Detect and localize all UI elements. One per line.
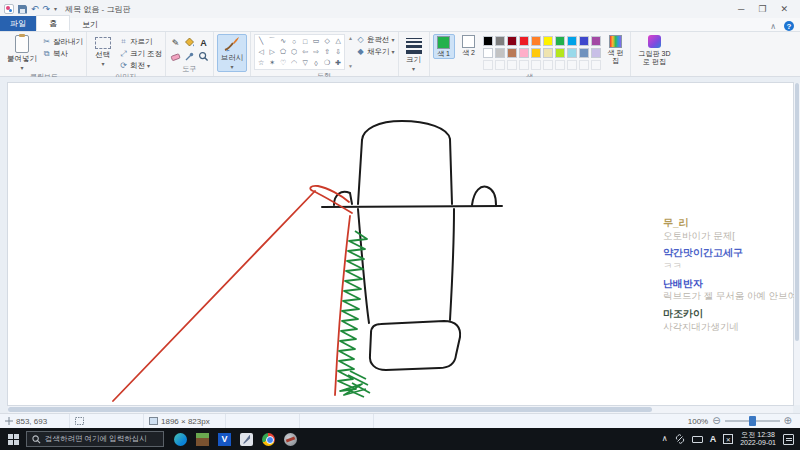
maximize-button[interactable]: ❐ [758,4,766,14]
link-icon[interactable] [675,434,685,444]
ime-pad-icon[interactable]: ✕ [723,434,733,444]
vertical-scrollbar-thumb[interactable] [795,83,799,341]
zoom-slider-handle[interactable] [749,416,756,426]
ime-mode-indicator[interactable]: A [710,434,717,444]
palette-swatch[interactable] [555,60,565,70]
shape-tool-icon[interactable]: ▽ [300,58,310,68]
horizontal-scrollbar[interactable] [8,406,793,413]
taskbar-search[interactable]: 검색하려면 여기에 입력하십시 [26,431,164,447]
palette-swatch[interactable] [495,36,505,46]
palette-swatch[interactable] [567,48,577,58]
tab-view[interactable]: 보기 [70,17,110,31]
edit-colors-button[interactable]: 색 편집 [605,34,627,65]
fill-tool-icon[interactable] [183,36,196,49]
shape-tool-icon[interactable]: ◁ [256,47,266,57]
zoom-out-icon[interactable]: ⊖ [712,416,720,426]
size-button[interactable]: 크기 ▾ [402,34,426,72]
rotate-button[interactable]: ⟳ 회전 ▾ [119,61,162,71]
action-center-icon[interactable] [783,434,794,445]
zoom-slider[interactable] [725,420,780,422]
palette-swatch[interactable] [591,48,601,58]
save-icon[interactable] [18,5,27,14]
shape-tool-icon[interactable]: ⌒ [267,36,277,46]
shape-tool-icon[interactable]: ⇦ [300,47,310,57]
copy-button[interactable]: ⧉ 복사 [42,49,83,59]
chrome-icon[interactable] [262,433,275,446]
shape-tool-icon[interactable]: ○ [289,36,299,46]
shape-tool-icon[interactable]: ✚ [333,58,343,68]
resize-button[interactable]: ⤢ 크기 조정 [119,49,162,59]
taskbar-app6-icon[interactable] [284,433,297,446]
shape-tool-icon[interactable]: ☆ [256,58,266,68]
shape-tool-icon[interactable]: ⇨ [311,47,321,57]
shape-fill-button[interactable]: ◆ 채우기 ▾ [356,47,395,57]
keyboard-icon[interactable] [692,436,703,443]
palette-swatch[interactable] [543,60,553,70]
shape-tool-icon[interactable]: ◠ [289,58,299,68]
minecraft-icon[interactable] [196,433,209,446]
shape-tool-icon[interactable]: ▭ [311,36,321,46]
palette-swatch[interactable] [495,60,505,70]
eraser-tool-icon[interactable] [169,50,182,63]
drawing-canvas[interactable]: 무_리오토바이가 문제[약간맛이간고세구ㅋㅋ난배반자릭브드가 젤 무서움 아예 … [8,83,793,405]
palette-swatch[interactable] [507,60,517,70]
palette-swatch[interactable] [519,60,529,70]
palette-swatch[interactable] [567,36,577,46]
redo-icon[interactable]: ↷ [43,5,51,14]
horizontal-scrollbar-thumb[interactable] [8,407,652,412]
palette-swatch[interactable] [579,48,589,58]
paste-button[interactable]: 붙여넣기 ▾ [5,34,39,71]
v-app-icon[interactable]: V [218,433,231,446]
palette-swatch[interactable] [507,36,517,46]
palette-swatch[interactable] [555,36,565,46]
close-button[interactable]: ✕ [780,4,788,14]
edge-icon[interactable] [174,433,187,446]
shape-tool-icon[interactable]: ⇧ [322,47,332,57]
cut-button[interactable]: ✂ 잘라내기 [42,37,83,47]
shape-tool-icon[interactable]: ╲ [256,36,266,46]
palette-swatch[interactable] [519,48,529,58]
taskbar-app4-icon[interactable] [240,433,253,446]
shape-outline-button[interactable]: ◇ 윤곽선 ▾ [356,35,395,45]
palette-swatch[interactable] [483,36,493,46]
palette-swatch[interactable] [543,36,553,46]
shape-tool-icon[interactable]: ◊ [311,58,321,68]
color-picker-tool-icon[interactable] [183,50,196,63]
palette-swatch[interactable] [531,48,541,58]
color1-button[interactable]: 색 1 [433,34,455,59]
clock[interactable]: 오전 12:38 2022-09-01 [740,431,776,448]
shape-tool-icon[interactable]: ♡ [278,58,288,68]
minimize-ribbon-icon[interactable]: ∧ [770,22,776,31]
shapes-scrollbar[interactable]: ▲▼ [348,34,353,70]
tab-file[interactable]: 파일 [0,16,36,31]
qat-dropdown-icon[interactable]: ▾ [54,6,57,12]
palette-swatch[interactable] [591,60,601,70]
shape-tool-icon[interactable]: ⬡ [289,47,299,57]
palette-swatch[interactable] [531,36,541,46]
zoom-in-icon[interactable]: ⊕ [784,416,792,426]
shape-tool-icon[interactable]: ✶ [267,58,277,68]
pencil-tool-icon[interactable]: ✎ [169,36,182,49]
palette-swatch[interactable] [591,36,601,46]
palette-swatch[interactable] [507,48,517,58]
brush-button[interactable]: 브러시 ▾ [217,34,247,72]
palette-swatch[interactable] [567,60,577,70]
palette-swatch[interactable] [495,48,505,58]
palette-swatch[interactable] [579,60,589,70]
palette-swatch[interactable] [555,48,565,58]
shape-tool-icon[interactable]: △ [333,36,343,46]
tray-chevron-icon[interactable]: ∧ [662,435,668,443]
tab-home[interactable]: 홈 [36,15,70,31]
minimize-button[interactable]: ─ [738,4,744,14]
palette-swatch[interactable] [543,48,553,58]
palette-swatch[interactable] [579,36,589,46]
paint3d-button[interactable]: 그림판 3D로 편집 [634,34,676,66]
vertical-scrollbar[interactable] [794,83,800,405]
select-button[interactable]: 선택 ▾ [90,34,116,67]
shape-tool-icon[interactable]: ⇩ [333,47,343,57]
magnifier-tool-icon[interactable] [197,50,210,63]
palette-swatch[interactable] [519,36,529,46]
color2-button[interactable]: 색 2 [458,34,480,57]
help-icon[interactable]: ? [784,21,794,31]
palette-swatch[interactable] [483,48,493,58]
